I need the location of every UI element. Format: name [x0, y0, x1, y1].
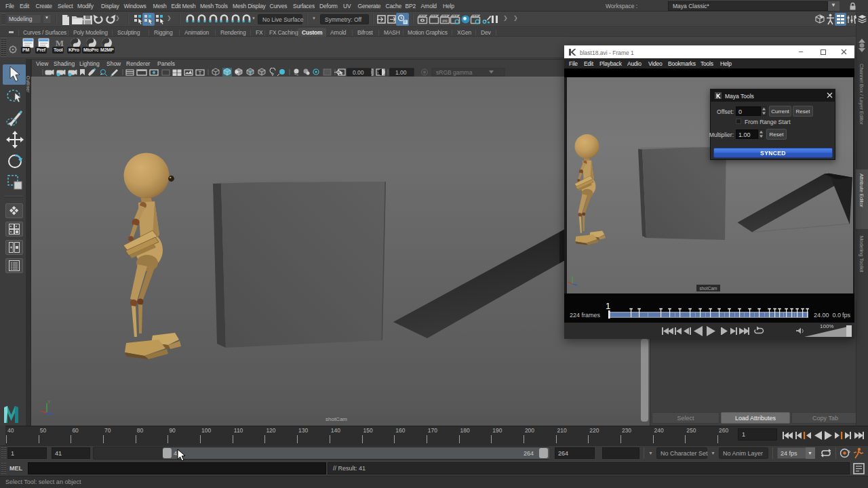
svg-text:IPR: IPR: [442, 20, 448, 23]
svg-text:0.00: 0.00: [353, 69, 364, 76]
svg-text:T: T: [199, 70, 202, 76]
svg-text:sRGB gamma: sRGB gamma: [436, 69, 473, 76]
svg-text:100%: 100%: [820, 323, 833, 329]
svg-text:shotCam: shotCam: [326, 416, 347, 422]
svg-text:y: y: [48, 399, 50, 403]
svg-text:1.00: 1.00: [395, 69, 407, 76]
svg-text:shotCam: shotCam: [699, 286, 717, 291]
